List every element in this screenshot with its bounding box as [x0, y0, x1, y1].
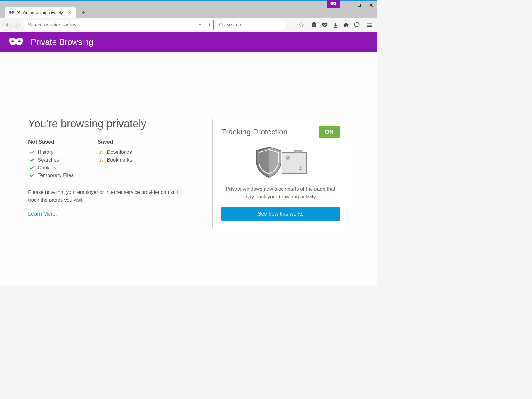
- window-controls: [341, 1, 377, 10]
- search-box[interactable]: [216, 20, 284, 30]
- svg-point-13: [11, 40, 14, 42]
- close-button[interactable]: [365, 1, 377, 10]
- list-item-label: Searches: [38, 157, 59, 163]
- svg-rect-8: [334, 27, 337, 28]
- mask-icon: [8, 37, 24, 47]
- content-area: You're browsing privately Not Saved Hist…: [0, 52, 377, 285]
- list-item: Bookmarks: [97, 157, 132, 163]
- urlbar-dropdown-button[interactable]: [196, 20, 204, 30]
- tab-close-button[interactable]: [67, 10, 72, 15]
- svg-rect-15: [101, 152, 102, 153]
- svg-rect-18: [101, 161, 102, 162]
- list-item-label: Cookies: [38, 165, 56, 171]
- list-item-label: Temporary Files: [38, 172, 74, 178]
- go-button[interactable]: [204, 20, 213, 30]
- list-item: Searches: [28, 157, 74, 163]
- pocket-button[interactable]: [320, 20, 330, 30]
- svg-point-14: [18, 40, 21, 42]
- check-icon: [28, 173, 36, 178]
- browser-window: You're browsing privately: [0, 0, 377, 285]
- svg-rect-11: [367, 25, 372, 26]
- tab-strip: You're browsing privately: [0, 6, 377, 18]
- banner-title: Private Browsing: [31, 37, 93, 47]
- search-icon: [219, 23, 224, 27]
- tracking-protection-card: Tracking Protection ON: [212, 118, 349, 229]
- svg-rect-6: [313, 25, 315, 25]
- navigation-bar: [0, 18, 377, 32]
- private-mode-indicator: [327, 0, 340, 8]
- not-saved-list: Not Saved HistorySearchesCookiesTemporar…: [28, 139, 74, 180]
- tab-title: You're browsing privately: [17, 10, 64, 15]
- titlebar: [0, 1, 377, 6]
- list-item: History: [28, 149, 74, 155]
- list-item-label: Bookmarks: [107, 157, 132, 163]
- svg-rect-0: [358, 4, 361, 7]
- svg-rect-7: [313, 26, 315, 26]
- page-heading: You're browsing privately: [28, 118, 189, 130]
- list-item: Temporary Files: [28, 172, 74, 178]
- back-button[interactable]: [2, 20, 12, 30]
- tab-mask-icon: [9, 11, 15, 15]
- bookmark-star-button[interactable]: [296, 20, 306, 30]
- home-button[interactable]: [341, 20, 351, 30]
- list-item: Downloads: [97, 149, 132, 155]
- private-banner: Private Browsing: [0, 32, 377, 52]
- check-icon: [28, 166, 36, 170]
- card-title: Tracking Protection: [221, 127, 288, 137]
- svg-rect-5: [313, 24, 315, 24]
- globe-icon: [14, 22, 21, 28]
- saved-heading: Saved: [97, 139, 132, 145]
- toolbar-icons: [296, 20, 375, 30]
- search-input[interactable]: [226, 22, 286, 28]
- list-item: Cookies: [28, 165, 74, 171]
- chat-button[interactable]: [352, 20, 362, 30]
- minimize-button[interactable]: [341, 1, 353, 10]
- check-icon: [28, 158, 36, 162]
- warning-icon: [97, 150, 105, 155]
- private-browsing-info: You're browsing privately Not Saved Hist…: [28, 118, 189, 217]
- mask-icon: [330, 2, 337, 6]
- check-icon: [28, 150, 36, 154]
- downloads-button[interactable]: [330, 20, 341, 30]
- url-input[interactable]: [26, 20, 196, 30]
- list-item-label: Downloads: [107, 149, 132, 155]
- new-tab-button[interactable]: [78, 7, 89, 18]
- learn-more-link[interactable]: Learn More.: [28, 211, 57, 217]
- svg-rect-16: [101, 153, 102, 154]
- svg-rect-10: [367, 23, 372, 24]
- maximize-button[interactable]: [353, 1, 365, 10]
- svg-point-2: [219, 23, 222, 26]
- svg-rect-20: [294, 150, 302, 153]
- toolbar-separator: [363, 21, 363, 28]
- saved-list: Saved DownloadsBookmarks: [97, 139, 132, 180]
- svg-rect-17: [101, 159, 102, 161]
- not-saved-heading: Not Saved: [28, 139, 74, 145]
- toolbar-separator: [308, 21, 308, 28]
- list-item-label: History: [38, 149, 53, 155]
- see-how-button[interactable]: See how this works: [221, 207, 340, 221]
- svg-point-9: [355, 22, 359, 27]
- shield-illustration: [221, 144, 340, 179]
- card-description: Private windows now block parts of the p…: [221, 185, 340, 200]
- menu-button[interactable]: [365, 20, 375, 30]
- svg-rect-12: [367, 26, 372, 27]
- clipboard-button[interactable]: [309, 20, 319, 30]
- warning-icon: [97, 158, 105, 162]
- tracking-status-badge[interactable]: ON: [319, 126, 340, 138]
- svg-rect-4: [313, 22, 315, 23]
- tracking-note: Please note that your employer or Intern…: [28, 189, 189, 204]
- tab-private[interactable]: You're browsing privately: [5, 7, 76, 18]
- url-bar[interactable]: [24, 20, 214, 30]
